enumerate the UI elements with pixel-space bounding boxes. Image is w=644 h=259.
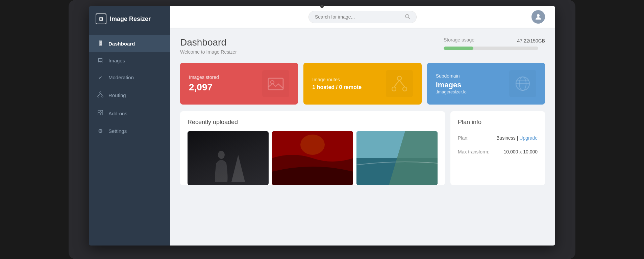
image-thumb-2 [272,131,353,185]
app-window: ⊞ Image Resizer 🎛 Dashboard 🖼 Images ✓ M… [89,6,555,246]
recently-uploaded-panel: Recently uploaded [180,111,445,185]
search-bar[interactable] [308,11,417,23]
svg-point-2 [102,96,103,97]
search-input[interactable] [315,14,401,20]
svg-point-1 [98,96,99,97]
subdomain-info: Subdomain images .imageresizer.io [436,73,467,94]
dashboard-header: Dashboard Welcome to Image Resizer Stora… [180,37,545,55]
moderation-icon: ✓ [97,74,104,81]
sidebar-item-addons[interactable]: Add-ons [89,104,170,122]
svg-rect-8 [101,113,103,115]
svg-point-11 [537,14,540,17]
svg-rect-5 [98,110,100,112]
storage-bar [444,47,538,50]
svg-rect-6 [101,110,103,112]
stat-card-routes: Image routes 1 hosted / 0 remote [303,63,421,105]
svg-line-10 [408,18,410,19]
sidebar-item-images[interactable]: 🖼 Images [89,52,170,69]
max-transform-value: 10,000 x 10,000 [504,149,538,154]
dashboard-title-section: Dashboard Welcome to Image Resizer [180,37,237,55]
settings-icon: ⚙ [97,128,104,134]
upgrade-link[interactable]: Upgrade [519,135,538,141]
svg-point-16 [403,87,407,91]
search-icon [405,14,410,20]
stat-card-subdomain: Subdomain images .imageresizer.io [427,63,545,105]
plan-business: Business [496,135,516,141]
image-grid [188,131,438,185]
sidebar-item-routing[interactable]: Routing [89,86,170,104]
sidebar-item-label: Images [108,58,125,63]
plan-info-panel: Plan info Plan: Business | Upgrade Max t… [450,111,545,185]
plan-row-type: Plan: Business | Upgrade [458,131,538,145]
svg-point-15 [392,87,396,91]
sidebar-item-label: Settings [108,128,127,134]
stat-card-images: Images stored 2,097 [180,63,298,105]
app-name: Image Resizer [110,16,151,23]
stats-row: Images stored 2,097 [180,63,545,105]
addons-icon [97,110,104,117]
images-stat-icon [262,70,289,97]
max-transform-label: Max transform: [458,149,489,154]
user-avatar[interactable] [531,10,545,24]
storage-bar-fill [444,47,473,50]
images-icon: 🖼 [97,57,104,63]
dashboard-icon: 🎛 [97,40,104,47]
plan-label: Plan: [458,135,469,141]
subdomain-label: Subdomain [436,73,467,79]
storage-amount: 47.22/150GB [517,38,545,44]
stat-label-routes: Image routes [312,77,362,82]
stat-card-content: Images stored 2,097 [189,75,219,93]
routes-stat-icon [386,70,413,97]
sidebar-item-label: Routing [108,92,126,98]
sidebar-item-dashboard[interactable]: 🎛 Dashboard [89,35,170,52]
topbar [170,6,555,28]
svg-rect-12 [268,78,283,90]
subdomain-name: images [436,81,467,89]
routing-icon [97,91,104,99]
plan-info-title: Plan info [458,119,538,126]
stat-value-images: 2,097 [189,82,219,93]
sidebar-item-label: Dashboard [108,41,135,47]
svg-line-17 [394,80,399,87]
sidebar-item-settings[interactable]: ⚙ Settings [89,122,170,140]
svg-point-26 [300,135,325,155]
svg-point-14 [397,76,401,80]
app-logo: ⊞ Image Resizer [89,6,170,32]
sidebar-nav: 🎛 Dashboard 🖼 Images ✓ Moderation [89,35,170,140]
sidebar: ⊞ Image Resizer 🎛 Dashboard 🖼 Images ✓ M… [89,6,170,246]
logo-icon: ⊞ [96,13,106,24]
storage-label: Storage usage [444,37,474,42]
page-subtitle: Welcome to Image Resizer [180,49,237,55]
subdomain-stat-icon [509,70,536,97]
sidebar-item-moderation[interactable]: ✓ Moderation [89,69,170,86]
svg-line-18 [399,80,405,87]
subdomain-url: .imageresizer.io [436,89,467,94]
svg-point-24 [218,151,225,159]
svg-point-0 [100,92,101,93]
stat-value-routes: 1 hosted / 0 remote [312,84,362,90]
recently-uploaded-title: Recently uploaded [188,119,438,126]
page-title: Dashboard [180,37,237,48]
stat-card-content: Image routes 1 hosted / 0 remote [312,77,362,90]
bottom-row: Recently uploaded [180,111,545,185]
laptop-frame: ⊞ Image Resizer 🎛 Dashboard 🖼 Images ✓ M… [69,0,575,259]
plan-row-transform: Max transform: 10,000 x 10,000 [458,145,538,159]
image-thumb-3 [356,131,438,185]
sidebar-item-label: Add-ons [108,111,127,116]
stat-label-images: Images stored [189,75,219,80]
sidebar-item-label: Moderation [108,75,134,80]
svg-rect-7 [98,113,100,115]
storage-section: Storage usage 47.22/150GB [444,37,545,50]
dashboard-body: Dashboard Welcome to Image Resizer Stora… [170,28,555,246]
plan-value: Business | Upgrade [496,135,538,141]
svg-line-3 [98,93,100,96]
svg-line-4 [100,93,102,96]
main-content: Dashboard Welcome to Image Resizer Stora… [170,6,555,246]
image-thumb-1 [188,131,269,185]
